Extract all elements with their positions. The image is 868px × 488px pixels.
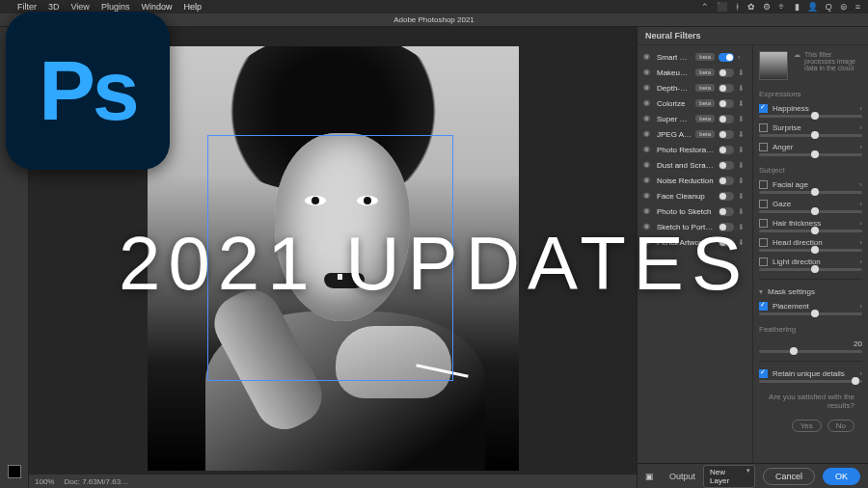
control-center-icon[interactable]: ⊜ bbox=[840, 2, 848, 12]
status-icon[interactable]: ✿ bbox=[747, 2, 755, 12]
menu-view[interactable]: View bbox=[71, 2, 90, 12]
filter-toggle[interactable] bbox=[719, 84, 734, 93]
slider-thumb[interactable] bbox=[811, 207, 819, 215]
slider-track[interactable] bbox=[759, 350, 862, 353]
slider-thumb[interactable] bbox=[811, 112, 819, 120]
filter-row[interactable]: ◉JPEG Artifacts R…beta⬇ bbox=[637, 126, 752, 142]
download-icon[interactable]: ⬇ bbox=[738, 207, 746, 216]
download-icon[interactable]: ⬇ bbox=[738, 99, 746, 108]
filter-toggle[interactable] bbox=[719, 99, 734, 108]
filter-toggle[interactable] bbox=[719, 115, 734, 123]
slider-thumb[interactable] bbox=[790, 347, 798, 355]
slider-thumb[interactable] bbox=[811, 188, 819, 196]
slider-track[interactable] bbox=[759, 134, 862, 137]
menu-3d[interactable]: 3D bbox=[48, 2, 60, 12]
filter-row[interactable]: ◉Depth-Aware H…beta⬇ bbox=[637, 80, 752, 95]
visibility-eye-icon[interactable]: ◉ bbox=[643, 68, 653, 77]
chevron-right-icon[interactable]: › bbox=[859, 143, 862, 151]
download-icon[interactable]: ⬇ bbox=[738, 130, 746, 139]
slider-thumb[interactable] bbox=[852, 377, 859, 385]
slider-track[interactable] bbox=[759, 153, 862, 156]
download-icon[interactable]: ⬇ bbox=[738, 146, 746, 154]
filter-row[interactable]: ◉Photo Restoration⬇ bbox=[637, 142, 752, 157]
filter-toggle[interactable] bbox=[719, 53, 734, 62]
slider-checkbox[interactable] bbox=[759, 369, 768, 378]
face-thumbnail[interactable] bbox=[759, 51, 788, 80]
ok-button[interactable]: OK bbox=[823, 468, 860, 485]
notification-center-icon[interactable]: ≡ bbox=[855, 2, 860, 12]
chevron-right-icon[interactable]: › bbox=[859, 123, 862, 132]
dropbox-icon[interactable]: ᚼ bbox=[735, 2, 740, 12]
slider-checkbox[interactable] bbox=[759, 200, 768, 208]
filter-row[interactable]: ◉Super Zoombeta⬇ bbox=[637, 111, 752, 126]
feedback-yes-button[interactable]: Yes bbox=[792, 420, 822, 432]
app-menu-items: Filter 3D View Plugins Window Help bbox=[17, 2, 202, 12]
chevron-right-icon[interactable]: › bbox=[859, 369, 862, 378]
status-icon[interactable]: ⬛ bbox=[717, 2, 727, 12]
slider-track[interactable] bbox=[759, 380, 862, 383]
app-title: Adobe Photoshop 2021 bbox=[393, 15, 475, 24]
slider-track[interactable] bbox=[759, 191, 862, 194]
visibility-eye-icon[interactable]: ◉ bbox=[643, 176, 653, 185]
filter-row[interactable]: ◉Makeup Transferbeta⬇ bbox=[637, 65, 752, 80]
download-icon[interactable]: ⬇ bbox=[738, 176, 746, 185]
menu-filter[interactable]: Filter bbox=[17, 2, 37, 12]
filter-toggle[interactable] bbox=[719, 161, 734, 170]
menu-help[interactable]: Help bbox=[183, 2, 202, 12]
download-icon[interactable]: ⬇ bbox=[738, 192, 746, 201]
visibility-eye-icon[interactable]: ◉ bbox=[643, 191, 653, 201]
visibility-eye-icon[interactable]: ◉ bbox=[643, 206, 653, 216]
status-icon[interactable]: ⚙ bbox=[763, 2, 771, 12]
visibility-eye-icon[interactable]: ◉ bbox=[643, 160, 653, 170]
chevron-right-icon[interactable]: › bbox=[738, 53, 746, 62]
visibility-eye-icon[interactable]: ◉ bbox=[643, 98, 653, 108]
slider-track[interactable] bbox=[759, 210, 862, 213]
filter-toggle[interactable] bbox=[719, 68, 734, 77]
slider-thumb[interactable] bbox=[811, 150, 819, 158]
download-icon[interactable]: ⬇ bbox=[738, 68, 746, 77]
filter-row[interactable]: ◉Dust and Scratches⬇ bbox=[637, 157, 752, 173]
wifi-icon[interactable]: ᯤ bbox=[778, 2, 787, 12]
download-icon[interactable]: ⬇ bbox=[738, 161, 746, 170]
slider-thumb[interactable] bbox=[811, 310, 819, 317]
filter-row[interactable]: ◉Colorizebeta⬇ bbox=[637, 95, 752, 111]
slider-track[interactable] bbox=[759, 312, 862, 315]
visibility-eye-icon[interactable]: ◉ bbox=[643, 52, 653, 62]
status-icon[interactable]: ⌃ bbox=[701, 2, 709, 12]
filter-row[interactable]: ◉Noise Reduction⬇ bbox=[637, 173, 752, 188]
slider-checkbox[interactable] bbox=[759, 180, 768, 189]
filter-toggle[interactable] bbox=[719, 207, 734, 216]
filter-toggle[interactable] bbox=[719, 192, 734, 201]
spotlight-icon[interactable]: Q bbox=[826, 2, 832, 12]
filter-row[interactable]: ◉Photo to Sketch⬇ bbox=[637, 203, 752, 219]
slider-thumb[interactable] bbox=[811, 131, 819, 139]
output-dropdown[interactable]: New Layer bbox=[703, 465, 755, 488]
preview-toggle-icon[interactable]: ▣ bbox=[645, 472, 654, 481]
chevron-right-icon[interactable]: › bbox=[859, 104, 862, 113]
slider-checkbox[interactable] bbox=[759, 104, 768, 113]
battery-icon[interactable]: ▮ bbox=[795, 2, 800, 12]
user-icon[interactable]: 👤 bbox=[807, 2, 818, 12]
zoom-level[interactable]: 100% bbox=[35, 477, 54, 486]
visibility-eye-icon[interactable]: ◉ bbox=[643, 83, 653, 93]
slider-checkbox[interactable] bbox=[759, 123, 768, 132]
chevron-right-icon[interactable]: › bbox=[859, 180, 862, 189]
feedback-no-button[interactable]: No bbox=[827, 420, 854, 432]
cancel-button[interactable]: Cancel bbox=[763, 468, 815, 485]
download-icon[interactable]: ⬇ bbox=[738, 84, 746, 93]
visibility-eye-icon[interactable]: ◉ bbox=[643, 145, 653, 154]
filter-toggle[interactable] bbox=[719, 130, 734, 139]
menu-window[interactable]: Window bbox=[141, 2, 172, 12]
visibility-eye-icon[interactable]: ◉ bbox=[643, 114, 653, 123]
filter-row[interactable]: ◉Face Cleanup⬇ bbox=[637, 188, 752, 203]
slider-track[interactable] bbox=[759, 115, 862, 118]
slider-checkbox[interactable] bbox=[759, 143, 768, 151]
filter-row[interactable]: ◉Smart Portraitbeta› bbox=[637, 49, 752, 65]
menu-plugins[interactable]: Plugins bbox=[101, 2, 130, 12]
visibility-eye-icon[interactable]: ◉ bbox=[643, 129, 653, 139]
filter-toggle[interactable] bbox=[719, 176, 734, 185]
chevron-right-icon[interactable]: › bbox=[859, 200, 862, 208]
filter-toggle[interactable] bbox=[719, 146, 734, 154]
foreground-color-swatch[interactable] bbox=[8, 465, 21, 478]
download-icon[interactable]: ⬇ bbox=[738, 115, 746, 123]
